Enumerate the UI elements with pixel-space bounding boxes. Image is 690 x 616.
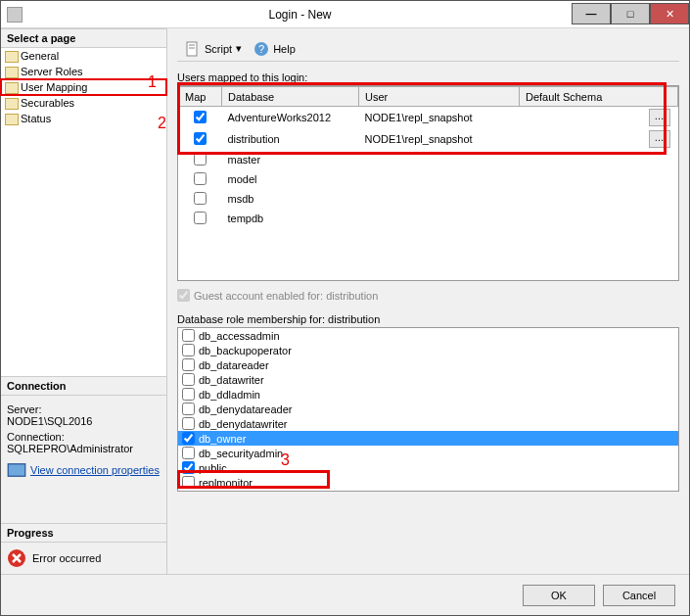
role-item-db_datareader[interactable]: db_datareader [178,357,678,372]
page-item-server-roles[interactable]: Server Roles [1,64,166,79]
role-label: db_denydatawriter [199,418,288,430]
db-cell: distribution [222,128,359,150]
sidebar: Select a page GeneralServer RolesUser Ma… [1,28,167,574]
footer: OK Cancel [1,574,689,615]
connection-header: Connection [1,376,166,396]
minimize-button[interactable]: — [572,3,611,24]
connection-value: SQLREPRO\Administrator [7,443,161,454]
role-checkbox[interactable] [182,329,195,342]
role-label: db_backupoperator [199,345,292,356]
role-checkbox[interactable] [182,461,195,474]
col-user[interactable]: User [359,87,520,107]
role-checkbox[interactable] [182,344,195,356]
roles-label: Database role membership for: distributi… [177,313,679,325]
schema-cell [520,169,678,189]
role-item-db_denydatawriter[interactable]: db_denydatawriter [178,416,678,431]
app-icon [7,7,23,23]
script-icon [185,41,201,57]
role-item-db_securityadmin[interactable]: db_securityadmin [178,446,678,460]
cancel-button[interactable]: Cancel [603,585,675,606]
schema-browse-button[interactable]: … [649,109,670,126]
role-membership-list[interactable]: db_accessadmindb_backupoperatordb_datare… [177,327,679,492]
guest-checkbox [177,289,190,302]
role-checkbox[interactable] [182,403,195,415]
page-item-securables[interactable]: Securables [1,95,166,111]
role-checkbox[interactable] [182,447,195,459]
role-checkbox[interactable] [182,373,195,386]
role-label: db_accessadmin [199,330,280,342]
connection-label: Connection: [7,431,161,443]
role-item-public[interactable]: public [178,460,678,475]
page-list: GeneralServer RolesUser MappingSecurable… [1,48,166,126]
toolbar: Script ▾ ? Help [177,36,679,62]
schema-cell [520,209,678,228]
role-item-replmonitor[interactable]: replmonitor [178,475,678,490]
select-page-header: Select a page [1,28,166,48]
col-database[interactable]: Database [222,87,359,107]
user-cell: NODE1\repl_snapshot [359,107,520,129]
role-item-db_denydatareader[interactable]: db_denydatareader [178,402,678,416]
chevron-down-icon: ▾ [236,42,242,55]
close-button[interactable]: ✕ [650,3,689,24]
table-row[interactable]: distributionNODE1\repl_snapshot… [179,128,678,150]
role-item-db_datawriter[interactable]: db_datawriter [178,372,678,387]
db-cell: master [222,150,359,169]
page-item-status[interactable]: Status [1,111,166,126]
maximize-button[interactable]: □ [611,3,650,24]
help-icon: ? [253,41,269,57]
page-item-general[interactable]: General [1,48,166,64]
ok-button[interactable]: OK [523,585,595,606]
role-checkbox[interactable] [182,476,195,489]
mapped-label: Users mapped to this login: [177,71,679,83]
main-panel: Script ▾ ? Help Users mapped to this log… [167,28,689,574]
map-checkbox[interactable] [194,192,207,205]
map-checkbox[interactable] [194,111,207,123]
script-button[interactable]: Script ▾ [181,39,246,59]
map-checkbox[interactable] [194,172,207,185]
col-map[interactable]: Map [179,87,222,107]
svg-rect-0 [8,464,25,477]
table-row[interactable]: master [179,150,678,169]
user-cell [359,209,520,228]
page-item-user-mapping[interactable]: User Mapping [1,79,166,95]
table-row[interactable]: AdventureWorks2012NODE1\repl_snapshot… [179,107,678,129]
map-checkbox[interactable] [194,153,207,166]
col-schema[interactable]: Default Schema [520,87,678,107]
role-label: db_securityadmin [199,448,283,459]
table-row[interactable]: model [179,169,678,189]
db-cell: tempdb [222,209,359,228]
role-checkbox[interactable] [182,358,195,371]
server-value: NODE1\SQL2016 [7,415,161,427]
role-checkbox[interactable] [182,417,195,430]
role-label: public [199,462,227,474]
role-label: db_owner [199,433,246,445]
role-label: db_datareader [199,359,269,371]
annotation-3: 3 [281,451,290,469]
role-item-db_owner[interactable]: db_owner [178,431,678,446]
server-label: Server: [7,403,161,415]
svg-text:?: ? [258,43,264,55]
help-button[interactable]: ? Help [250,39,299,59]
user-cell: NODE1\repl_snapshot [359,128,520,150]
role-checkbox[interactable] [182,388,195,401]
role-label: db_denydatareader [199,403,292,415]
annotation-1: 1 [148,73,157,91]
role-label: db_ddladmin [199,389,260,401]
map-checkbox[interactable] [194,132,207,145]
role-item-db_ddladmin[interactable]: db_ddladmin [178,387,678,402]
table-row[interactable]: tempdb [179,209,678,228]
titlebar: Login - New — □ ✕ [1,1,689,28]
user-cell [359,150,520,169]
users-mapped-table[interactable]: Map Database User Default Schema Adventu… [177,85,679,281]
role-checkbox[interactable] [182,432,195,445]
view-connection-link[interactable]: View connection properties [30,464,160,476]
map-checkbox[interactable] [194,212,207,224]
properties-icon [7,460,26,480]
role-item-db_backupoperator[interactable]: db_backupoperator [178,343,678,357]
progress-text: Error occurred [32,552,101,564]
schema-browse-button[interactable]: … [649,130,670,148]
error-icon [7,548,26,568]
annotation-2: 2 [158,115,166,132]
table-row[interactable]: msdb [179,189,678,209]
role-item-db_accessadmin[interactable]: db_accessadmin [178,328,678,343]
